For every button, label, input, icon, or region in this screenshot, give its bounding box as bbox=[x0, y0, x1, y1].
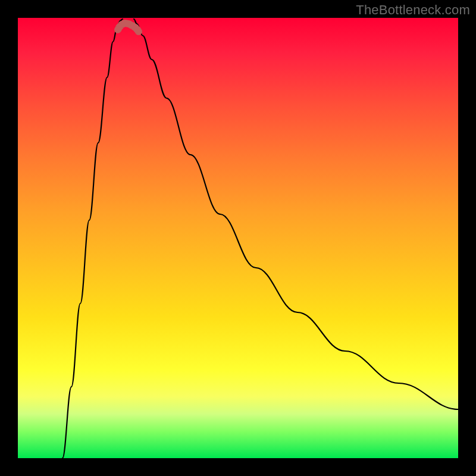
watermark-source: TheBottleneck.com bbox=[356, 2, 470, 18]
notch-mark bbox=[118, 23, 139, 32]
curve-left-branch bbox=[62, 19, 123, 458]
bottleneck-chart-svg bbox=[18, 18, 458, 458]
curve-right-branch bbox=[134, 19, 458, 409]
chart-plot-area bbox=[18, 18, 458, 458]
